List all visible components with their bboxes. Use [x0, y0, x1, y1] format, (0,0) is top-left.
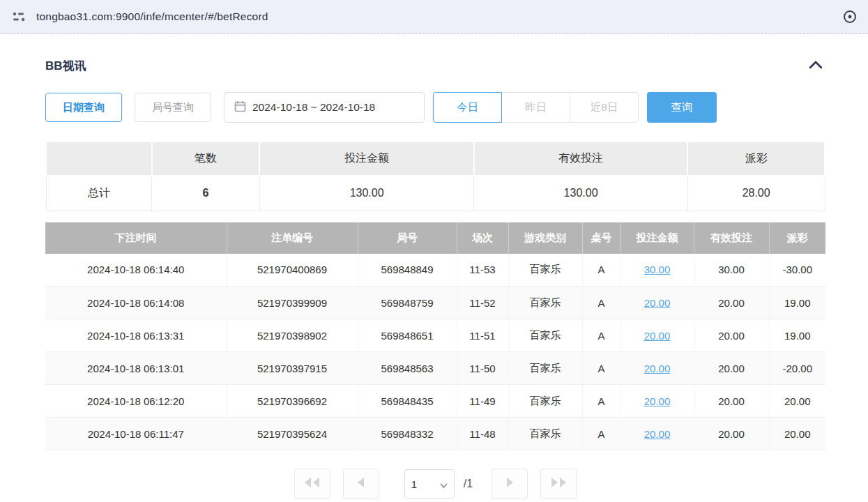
table-no-cell: A — [582, 254, 620, 287]
session-cell: 11-48 — [457, 418, 508, 450]
browser-action-icon[interactable] — [843, 10, 857, 24]
payout-cell: 20.00 — [769, 385, 825, 418]
calendar-icon — [234, 100, 246, 115]
summary-header-bet-amount: 投注金额 — [259, 142, 473, 176]
time-cell: 2024-10-18 06:12:20 — [45, 385, 227, 418]
session-cell: 11-52 — [457, 287, 508, 319]
chevron-right-icon — [505, 477, 514, 491]
session-cell: 11-50 — [457, 352, 508, 385]
summary-valid-bet-value: 130.00 — [474, 176, 687, 211]
header-table-no: 桌号 — [582, 222, 620, 254]
bet-amount-link[interactable]: 30.00 — [644, 264, 671, 275]
filter-toolbar: 日期查询 局号查询 2024-10-18 ~ 2024-10-18 今日 昨日 … — [45, 92, 825, 123]
double-chevron-right-icon — [550, 477, 567, 491]
quick-btn-last8days[interactable]: 近8日 — [570, 92, 639, 123]
time-cell: 2024-10-18 06:13:01 — [45, 352, 227, 385]
round-query-tab[interactable]: 局号查询 — [135, 93, 211, 122]
prev-page-button[interactable] — [343, 469, 379, 499]
table-no-cell: A — [582, 287, 620, 319]
round-id-cell: 569848849 — [358, 254, 457, 287]
time-cell: 2024-10-18 06:14:08 — [45, 287, 227, 319]
summary-header-count: 笔数 — [152, 142, 260, 176]
order-id-cell: 521970400869 — [227, 254, 358, 287]
bet-amount-cell: 20.00 — [620, 418, 694, 450]
page-title: BB视讯 — [45, 58, 86, 74]
first-page-button[interactable] — [294, 469, 330, 499]
valid-bet-cell: 20.00 — [694, 287, 769, 319]
order-id-cell: 521970398902 — [227, 319, 358, 352]
table-no-cell: A — [582, 418, 620, 450]
bet-amount-cell: 20.00 — [620, 352, 694, 385]
order-id-cell: 521970397915 — [227, 352, 358, 385]
summary-header-valid-bet: 有效投注 — [474, 142, 687, 176]
table-no-cell: A — [582, 319, 620, 352]
payout-cell: -20.00 — [769, 352, 825, 385]
time-cell: 2024-10-18 06:13:31 — [45, 319, 227, 352]
bet-amount-cell: 20.00 — [620, 287, 694, 319]
time-cell: 2024-10-18 06:14:40 — [45, 254, 227, 287]
date-query-tab[interactable]: 日期查询 — [45, 93, 122, 122]
order-id-cell: 521970395624 — [227, 418, 358, 450]
bet-table-body: 2024-10-18 06:14:40521970400869569848849… — [45, 254, 825, 450]
round-id-cell: 569848435 — [358, 385, 457, 418]
browser-tab-icon[interactable] — [11, 9, 26, 24]
summary-payout-value: 28.00 — [687, 176, 825, 211]
payout-cell: -30.00 — [769, 254, 825, 287]
bet-records-table: 下注时间 注单编号 局号 场次 游戏类别 桌号 投注金额 有效投注 派彩 202… — [45, 222, 825, 451]
search-button[interactable]: 查询 — [647, 92, 717, 123]
payout-cell: 20.00 — [769, 418, 825, 450]
next-page-button[interactable] — [492, 469, 528, 499]
chevron-down-icon — [440, 478, 448, 490]
header-session: 场次 — [457, 222, 508, 254]
table-row: 2024-10-18 06:14:08521970399909569848759… — [45, 287, 825, 319]
table-row: 2024-10-18 06:12:20521970396692569848435… — [45, 385, 825, 418]
table-row: 2024-10-18 06:13:31521970398902569848651… — [45, 319, 825, 352]
header-game-type: 游戏类别 — [508, 222, 582, 254]
round-id-cell: 569848651 — [358, 319, 457, 352]
valid-bet-cell: 20.00 — [694, 319, 769, 352]
address-bar-url[interactable]: tongbao31.com:9900/infe/mcenter/#/betRec… — [36, 10, 268, 23]
header-bet-time: 下注时间 — [45, 222, 227, 254]
header-order-id: 注单编号 — [227, 222, 358, 254]
round-id-cell: 569848332 — [358, 418, 457, 450]
order-id-cell: 521970396692 — [227, 385, 358, 418]
game-type-cell: 百家乐 — [508, 254, 582, 287]
page-total-label: /1 — [464, 478, 473, 490]
table-row: 2024-10-18 06:14:40521970400869569848849… — [45, 254, 825, 287]
double-chevron-left-icon — [304, 477, 321, 491]
table-row: 2024-10-18 06:11:47521970395624569848332… — [45, 418, 825, 450]
header-valid-bet: 有效投注 — [694, 222, 769, 254]
valid-bet-cell: 20.00 — [694, 385, 769, 418]
collapse-section-button[interactable] — [806, 58, 825, 74]
time-cell: 2024-10-18 06:11:47 — [45, 418, 227, 450]
last-page-button[interactable] — [540, 469, 577, 499]
table-no-cell: A — [582, 352, 620, 385]
date-range-picker[interactable]: 2024-10-18 ~ 2024-10-18 — [224, 92, 425, 123]
bet-amount-link[interactable]: 20.00 — [644, 330, 671, 342]
bet-amount-cell: 30.00 — [620, 254, 694, 287]
game-type-cell: 百家乐 — [508, 319, 582, 352]
session-cell: 11-53 — [457, 254, 508, 287]
session-cell: 11-51 — [457, 319, 508, 352]
table-header-row: 下注时间 注单编号 局号 场次 游戏类别 桌号 投注金额 有效投注 派彩 — [45, 222, 825, 254]
game-type-cell: 百家乐 — [508, 418, 582, 450]
bet-amount-link[interactable]: 20.00 — [644, 297, 671, 309]
page-select[interactable]: 1 — [404, 469, 455, 499]
round-id-cell: 569848759 — [358, 287, 457, 319]
chevron-up-icon — [809, 61, 823, 71]
date-range-value: 2024-10-18 ~ 2024-10-18 — [252, 101, 375, 114]
quick-btn-today[interactable]: 今日 — [433, 92, 502, 123]
header-payout: 派彩 — [769, 222, 825, 254]
valid-bet-cell: 20.00 — [694, 418, 769, 450]
session-cell: 11-49 — [457, 385, 508, 418]
game-type-cell: 百家乐 — [508, 287, 582, 319]
summary-bet-amount-value: 130.00 — [259, 176, 473, 211]
summary-header-blank — [46, 142, 152, 176]
table-row: 2024-10-18 06:13:01521970397915569848563… — [45, 352, 825, 385]
table-no-cell: A — [582, 385, 620, 418]
bet-amount-link[interactable]: 20.00 — [644, 363, 671, 374]
bet-amount-link[interactable]: 20.00 — [644, 395, 671, 407]
quick-btn-yesterday[interactable]: 昨日 — [501, 92, 570, 123]
order-id-cell: 521970399909 — [227, 287, 358, 319]
bet-amount-link[interactable]: 20.00 — [644, 428, 671, 440]
